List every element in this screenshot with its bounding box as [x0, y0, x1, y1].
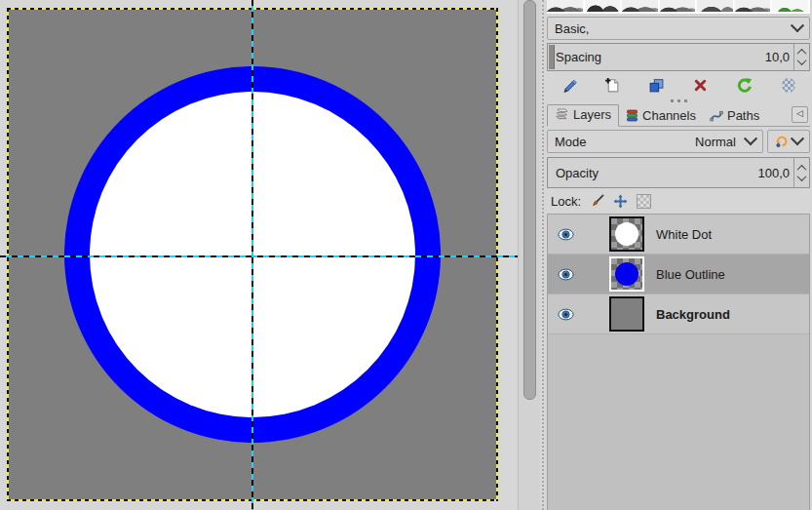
layer-thumbnail-background[interactable] [609, 296, 644, 332]
tab-paths-label: Paths [727, 108, 759, 123]
opacity-label: Opacity [548, 166, 757, 180]
brush-grid[interactable] [547, 0, 810, 14]
chevron-down-icon [791, 19, 804, 32]
canvas-viewport[interactable] [0, 0, 518, 510]
layer-name[interactable]: White Dot [656, 227, 712, 242]
layer-name[interactable]: Blue Outline [656, 267, 725, 282]
mode-value: Normal [695, 135, 746, 149]
white-dot-thumb-circle [615, 222, 638, 246]
layer-row-background[interactable]: Background [548, 294, 809, 334]
spacing-label: Spacing [548, 50, 765, 64]
mode-row: Mode Normal [547, 130, 810, 153]
layer-thumbnail-white-dot[interactable] [609, 216, 644, 252]
layer-boundary-right [496, 8, 498, 501]
brush-thumbnail[interactable] [735, 0, 773, 12]
mode-label: Mode [555, 135, 587, 149]
tab-paths[interactable]: Paths [703, 106, 766, 126]
opacity-value[interactable]: 100,0 [757, 166, 793, 180]
layer-list-empty-area[interactable] [548, 334, 809, 510]
duplicate-brush-icon [648, 77, 665, 94]
layer-row-blue-outline[interactable]: Blue Outline [548, 255, 809, 294]
right-dock-panel: Basic, Spacing 10,0 [542, 0, 812, 510]
brush-name-dropdown[interactable]: Basic, [547, 17, 810, 40]
blue-outline-thumb-circle [615, 262, 638, 286]
tab-layers[interactable]: Layers [547, 104, 619, 127]
refresh-brushes-button[interactable] [732, 75, 757, 97]
spacing-slider-handle[interactable] [549, 45, 555, 69]
paths-icon [710, 109, 723, 122]
brush-thumbnail-pepper[interactable] [772, 0, 810, 12]
open-brush-as-image-icon [782, 78, 795, 93]
opacity-spinner[interactable] [793, 158, 809, 187]
scrollbar-thumb[interactable] [523, 0, 536, 400]
tab-menu-icon: ◁ [796, 108, 803, 118]
brush-thumbnail[interactable] [660, 0, 698, 12]
spacing-value[interactable]: 10,0 [765, 50, 793, 64]
brush-thumbnail[interactable] [622, 0, 660, 12]
reset-modes-icon [775, 135, 789, 148]
tab-channels[interactable]: Channels [619, 106, 703, 126]
brush-name-value: Basic, [555, 21, 589, 36]
layers-icon [555, 108, 569, 121]
lock-pixels-brush-icon[interactable] [590, 194, 604, 209]
lock-label: Lock: [551, 194, 581, 209]
eye-icon [558, 268, 574, 281]
duplicate-brush-button[interactable] [644, 75, 670, 97]
tab-layers-label: Layers [573, 107, 611, 122]
canvas-vertical-scrollbar[interactable] [518, 0, 540, 510]
lock-row: Lock: [547, 191, 810, 212]
layer-row-white-dot[interactable]: White Dot [548, 215, 809, 255]
edit-brush-button[interactable] [557, 75, 582, 97]
spin-down-icon[interactable] [797, 56, 807, 65]
visibility-toggle[interactable] [548, 308, 583, 321]
chevron-down-icon [744, 132, 757, 145]
gimp-window: Basic, Spacing 10,0 [0, 0, 812, 510]
layer-mode-dropdown[interactable]: Mode Normal [547, 130, 763, 153]
spin-down-icon[interactable] [797, 172, 807, 181]
delete-brush-button[interactable] [688, 75, 714, 97]
tab-channels-label: Channels [642, 108, 696, 123]
lock-alpha-icon[interactable] [637, 194, 651, 209]
eye-icon [558, 228, 574, 241]
dockable-tabs: Layers Channels Paths ◁ [547, 103, 810, 127]
opacity-slider[interactable]: Opacity 100,0 [547, 157, 810, 188]
default-modes-button[interactable] [767, 130, 810, 153]
spacing-spinner[interactable] [793, 44, 809, 70]
tab-menu-button[interactable]: ◁ [792, 106, 808, 123]
lock-position-move-icon[interactable] [613, 194, 628, 209]
layer-thumbnail-blue-outline[interactable] [609, 256, 644, 292]
eye-icon [558, 308, 574, 321]
refresh-brushes-icon [736, 77, 753, 94]
layer-boundary-left [7, 8, 9, 501]
brush-toolbar [547, 73, 810, 98]
horizontal-guide[interactable] [0, 255, 518, 257]
layer-list: White Dot Blue Outline [547, 214, 810, 510]
channels-icon [626, 109, 638, 122]
visibility-toggle[interactable] [548, 228, 583, 241]
delete-brush-icon [693, 78, 708, 93]
layer-name[interactable]: Background [656, 307, 730, 322]
edit-brush-icon [561, 77, 577, 94]
brush-thumbnail[interactable] [585, 0, 623, 12]
brush-thumbnail[interactable] [547, 0, 585, 12]
spacing-slider[interactable]: Spacing 10,0 [547, 43, 810, 71]
open-brush-as-image-button[interactable] [776, 75, 801, 97]
new-brush-icon [604, 77, 621, 94]
new-brush-button[interactable] [600, 75, 626, 97]
chevron-down-icon [791, 132, 804, 145]
brush-thumbnail[interactable] [697, 0, 735, 12]
visibility-toggle[interactable] [548, 268, 583, 281]
